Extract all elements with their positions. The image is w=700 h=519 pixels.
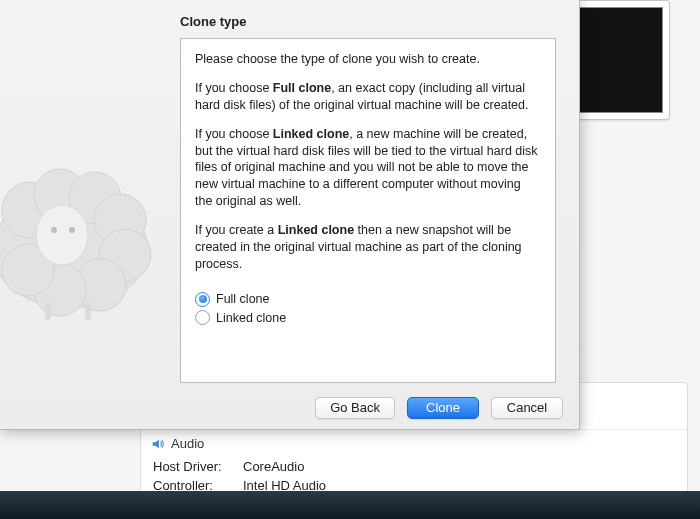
svg-point-0 [0,192,148,308]
radio-linked-clone[interactable]: Linked clone [195,310,541,327]
svg-point-3 [69,172,121,224]
dialog-content: Please choose the type of clone you wish… [180,38,556,383]
radio-linked-label: Linked clone [216,310,286,327]
intro-text: Please choose the type of clone you wish… [195,51,541,68]
svg-rect-12 [45,302,51,320]
svg-point-9 [36,205,88,265]
host-driver-value: CoreAudio [243,459,677,474]
radio-full-label: Full clone [216,291,270,308]
clone-dialog-sheet: Clone type Please choose the type of clo… [0,0,580,430]
svg-point-5 [99,229,151,281]
svg-point-2 [34,169,86,221]
radio-indicator-full [195,292,210,307]
audio-section-header[interactable]: Audio [141,429,687,457]
host-driver-label: Host Driver: [153,459,243,474]
svg-point-4 [94,194,146,246]
speaker-icon [151,437,165,451]
svg-point-1 [2,182,58,238]
snapshot-paragraph: If you create a Linked clone then a new … [195,222,541,273]
svg-point-6 [74,259,126,311]
svg-point-8 [2,244,54,296]
svg-point-7 [34,264,86,316]
dialog-title: Clone type [180,14,246,29]
linked-clone-paragraph: If you choose Linked clone, a new machin… [195,126,541,210]
cancel-button[interactable]: Cancel [491,397,563,419]
sheep-watermark-icon [0,120,180,330]
full-clone-paragraph: If you choose Full clone, an exact copy … [195,80,541,114]
go-back-button[interactable]: Go Back [315,397,395,419]
desktop-strip [0,491,700,519]
svg-point-10 [51,227,57,233]
radio-full-clone[interactable]: Full clone [195,291,541,308]
dialog-button-row: Go Back Clone Cancel [315,397,563,419]
svg-rect-13 [85,302,91,320]
audio-section-label: Audio [171,436,204,451]
clone-button[interactable]: Clone [407,397,479,419]
radio-indicator-linked [195,310,210,325]
svg-point-11 [69,227,75,233]
